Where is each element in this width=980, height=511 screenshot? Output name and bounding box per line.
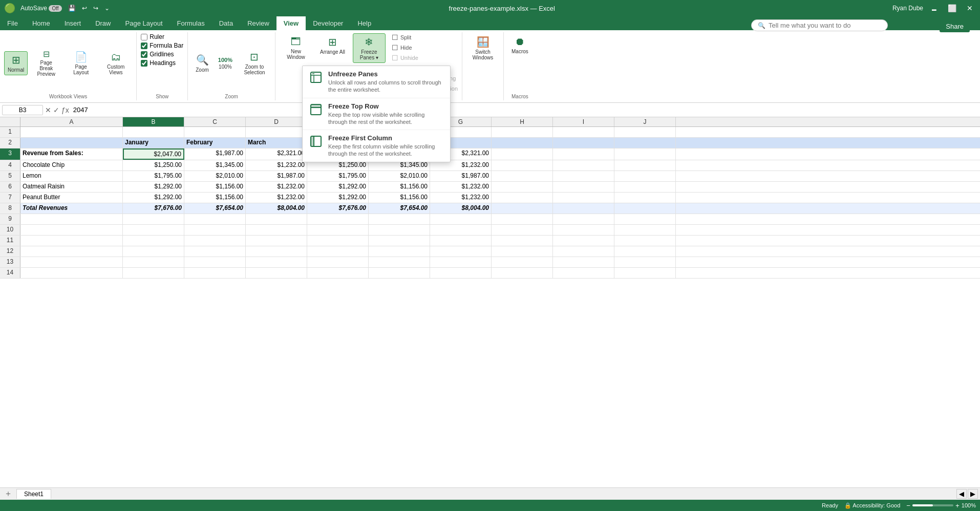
row-header-7[interactable]: 7	[0, 193, 20, 203]
col-header-i[interactable]: I	[553, 117, 614, 126]
scroll-right-button[interactable]: ▶	[968, 489, 978, 499]
zoom-out-button[interactable]: −	[906, 502, 910, 509]
page-break-button[interactable]: ⊟ Page Break Preview	[30, 47, 62, 79]
zoom-100-button[interactable]: 100% 100%	[215, 54, 236, 72]
scroll-left-button[interactable]: ◀	[956, 489, 967, 499]
tab-insert[interactable]: Insert	[57, 16, 89, 30]
cell-i7[interactable]	[553, 193, 614, 203]
redo-button[interactable]: ↪	[91, 4, 100, 13]
zoom-in-button[interactable]: +	[955, 502, 960, 509]
formula-insert-button[interactable]: ƒx	[61, 106, 69, 114]
cell-b8[interactable]: $7,676.00	[123, 203, 184, 214]
cell-f7[interactable]: $1,156.00	[369, 193, 430, 203]
cell-a7[interactable]: Peanut Butter	[20, 193, 123, 203]
cell-b3[interactable]: $2,047.00	[123, 148, 184, 160]
cell-b7[interactable]: $1,292.00	[123, 193, 184, 203]
col-header-c[interactable]: C	[184, 117, 246, 126]
cell-g5[interactable]: $1,987.00	[430, 171, 492, 181]
cell-j8[interactable]	[614, 203, 676, 214]
cell-f6[interactable]: $1,156.00	[369, 182, 430, 192]
cell-c2[interactable]: February	[184, 138, 246, 148]
restore-down-button[interactable]: 🗕	[927, 3, 941, 13]
cell-a6[interactable]: Oatmeal Raisin	[20, 182, 123, 192]
tab-view[interactable]: View	[276, 16, 306, 30]
cell-c5[interactable]: $2,010.00	[184, 171, 246, 181]
cell-c4[interactable]: $1,345.00	[184, 160, 246, 171]
page-layout-button[interactable]: 📄 Page Layout	[65, 48, 97, 78]
row-header-4[interactable]: 4	[0, 160, 20, 171]
arrange-all-button[interactable]: ⊞ Arrange All	[316, 33, 349, 57]
cell-h7[interactable]	[492, 193, 553, 203]
gridlines-checkbox-label[interactable]: Gridlines	[141, 51, 183, 58]
cell-d7[interactable]: $1,232.00	[246, 193, 307, 203]
cell-h5[interactable]	[492, 171, 553, 181]
cell-a1[interactable]	[20, 127, 123, 137]
switch-windows-button[interactable]: 🪟 Switch Windows	[466, 33, 499, 63]
row-header-1[interactable]: 1	[0, 127, 20, 137]
cell-j3[interactable]	[614, 148, 676, 160]
cell-i4[interactable]	[553, 160, 614, 171]
cell-b2[interactable]: January	[123, 138, 184, 148]
col-header-b[interactable]: B	[123, 117, 184, 126]
cell-f8[interactable]: $7,654.00	[369, 203, 430, 214]
formula-input[interactable]	[71, 106, 978, 114]
tab-formulas[interactable]: Formulas	[170, 16, 212, 30]
close-button[interactable]: ✕	[964, 3, 976, 13]
cell-name-box[interactable]	[2, 105, 43, 115]
macros-button[interactable]: ⏺ Macros	[508, 33, 532, 57]
tab-file[interactable]: File	[0, 16, 25, 30]
row-header-13[interactable]: 13	[0, 257, 20, 267]
cell-j7[interactable]	[614, 193, 676, 203]
cell-e5[interactable]: $1,795.00	[307, 171, 369, 181]
cell-i3[interactable]	[553, 148, 614, 160]
unfreeze-panes-item[interactable]: Unfreeze Panes Unlock all rows and colum…	[303, 66, 450, 98]
cell-g7[interactable]: $1,232.00	[430, 193, 492, 203]
freeze-first-column-item[interactable]: Freeze First Column Keep the first colum…	[303, 130, 450, 162]
cell-h4[interactable]	[492, 160, 553, 171]
undo-button[interactable]: ↩	[80, 4, 89, 13]
row-header-10[interactable]: 10	[0, 225, 20, 235]
col-header-d[interactable]: D	[246, 117, 307, 126]
cell-b4[interactable]: $1,250.00	[123, 160, 184, 171]
cell-c7[interactable]: $1,156.00	[184, 193, 246, 203]
row-header-2[interactable]: 2	[0, 138, 20, 148]
tab-developer[interactable]: Developer	[306, 16, 350, 30]
cell-a9[interactable]	[20, 214, 123, 224]
formula-cancel-button[interactable]: ✕	[45, 106, 51, 114]
tab-home[interactable]: Home	[25, 16, 57, 30]
ruler-checkbox[interactable]	[141, 34, 147, 40]
cell-g6[interactable]: $1,232.00	[430, 182, 492, 192]
cell-i6[interactable]	[553, 182, 614, 192]
qat-more[interactable]: ⌄	[102, 4, 112, 13]
headings-checkbox-label[interactable]: Headings	[141, 59, 183, 67]
cell-h3[interactable]	[492, 148, 553, 160]
new-window-button[interactable]: 🗔 New Window	[280, 33, 312, 62]
cell-g8[interactable]: $8,004.00	[430, 203, 492, 214]
cell-b6[interactable]: $1,292.00	[123, 182, 184, 192]
cell-e6[interactable]: $1,292.00	[307, 182, 369, 192]
cell-i5[interactable]	[553, 171, 614, 181]
tab-help[interactable]: Help	[350, 16, 378, 30]
cell-c1[interactable]	[184, 127, 246, 137]
cell-j6[interactable]	[614, 182, 676, 192]
tab-data[interactable]: Data	[212, 16, 240, 30]
share-button[interactable]: Share	[940, 20, 970, 32]
zoom-selection-button[interactable]: ⊡ Zoom to Selection	[238, 48, 271, 78]
cell-d8[interactable]: $8,004.00	[246, 203, 307, 214]
hide-item[interactable]: ☐ Hide	[392, 44, 458, 52]
custom-views-button[interactable]: 🗂 Custom Views	[99, 49, 132, 78]
cell-c8[interactable]: $7,654.00	[184, 203, 246, 214]
freeze-top-row-item[interactable]: Freeze Top Row Keep the top row visible …	[303, 98, 450, 131]
col-header-a[interactable]: A	[20, 117, 123, 126]
cell-e8[interactable]: $7,676.00	[307, 203, 369, 214]
add-sheet-button[interactable]: ＋	[0, 487, 16, 500]
cell-d1[interactable]	[246, 127, 307, 137]
cell-a5[interactable]: Lemon	[20, 171, 123, 181]
cell-f5[interactable]: $2,010.00	[369, 171, 430, 181]
cell-a3[interactable]: Revenue from Sales:	[20, 148, 123, 160]
save-button[interactable]: 💾	[66, 4, 78, 13]
cell-c3[interactable]: $1,987.00	[184, 148, 246, 160]
tab-review[interactable]: Review	[240, 16, 276, 30]
corner-header[interactable]	[0, 117, 20, 126]
row-header-3[interactable]: 3	[0, 148, 20, 160]
